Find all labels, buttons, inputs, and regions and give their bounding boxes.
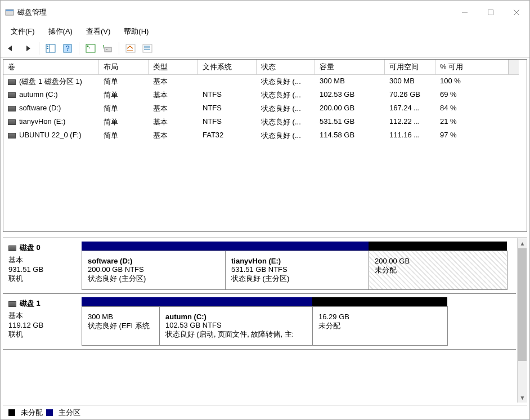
disk-map: 磁盘 0基本931.51 GB联机software (D:)200.00 GB …	[3, 238, 527, 403]
partition-status: 状态良好 (主分区)	[231, 274, 363, 284]
forward-button[interactable]	[21, 42, 34, 55]
volume-fs: NTFS	[198, 102, 257, 115]
col-layout[interactable]: 布局	[99, 60, 149, 75]
partition-size: 16.29 GB	[318, 312, 442, 321]
disk-capacity-bar	[82, 297, 513, 306]
minimize-button[interactable]	[452, 1, 478, 24]
volume-row[interactable]: tianyvHon (E:)简单基本NTFS状态良好 (...531.51 GB…	[3, 115, 527, 129]
volume-free: 111.16 ...	[385, 129, 435, 142]
partition-size: 200.00 GB NTFS	[88, 265, 219, 274]
volume-free: 112.22 ...	[385, 115, 435, 129]
volume-list-scrollbar[interactable]	[509, 60, 519, 75]
svg-text:?: ?	[65, 44, 69, 52]
svg-point-15	[106, 49, 107, 50]
disk: 磁盘 0基本931.51 GB联机software (D:)200.00 GB …	[3, 238, 516, 294]
svg-rect-9	[47, 48, 48, 49]
disk-icon	[8, 301, 16, 307]
svg-rect-14	[105, 47, 111, 52]
volume-status: 状态良好 (...	[257, 115, 315, 129]
menu-file[interactable]: 文件(F)	[5, 25, 41, 38]
rescan-disks-button[interactable]	[101, 42, 114, 55]
disk-type: 基本	[8, 255, 78, 265]
disk-type: 基本	[8, 311, 78, 321]
close-button[interactable]	[504, 1, 529, 24]
menu-help[interactable]: 帮助(H)	[118, 25, 154, 38]
scroll-down-icon[interactable]: ▼	[518, 392, 527, 403]
volume-type: 基本	[149, 75, 198, 88]
partition[interactable]: 300 MB状态良好 (EFI 系统	[82, 306, 160, 346]
volume-capacity: 531.51 GB	[315, 115, 385, 129]
partition-title: tianyvHon (E:)	[231, 257, 363, 265]
toolbar-separator	[119, 42, 119, 55]
volume-percent: 69 %	[435, 88, 509, 102]
volume-row[interactable]: software (D:)简单基本NTFS状态良好 (...200.00 GB1…	[3, 102, 527, 115]
disk-capacity-bar	[82, 242, 513, 251]
volume-name: UBUNTU 22_0 (F:)	[19, 131, 82, 139]
refresh-button[interactable]	[84, 42, 97, 55]
disk-size: 119.12 GB	[8, 321, 78, 329]
volume-capacity: 102.53 GB	[315, 88, 385, 102]
volume-capacity: 200.00 GB	[315, 102, 385, 115]
disk-info: 磁盘 0基本931.51 GB联机	[3, 238, 82, 293]
partition-status: 未分配	[318, 321, 442, 331]
svg-point-13	[87, 45, 89, 47]
view-top-button[interactable]	[124, 42, 137, 55]
partition[interactable]: software (D:)200.00 GB NTFS状态良好 (主分区)	[82, 251, 226, 290]
toolbar: ?	[1, 39, 529, 58]
svg-rect-1	[6, 10, 14, 11]
col-filesystem[interactable]: 文件系统	[198, 60, 257, 75]
view-bottom-button[interactable]	[141, 42, 154, 55]
volume-percent: 100 %	[435, 75, 509, 88]
show-hide-console-tree-button[interactable]	[44, 42, 57, 55]
volume-row[interactable]: (磁盘 1 磁盘分区 1)简单基本状态良好 (...300 MB300 MB10…	[3, 75, 527, 88]
disk-map-scrollbar[interactable]: ▲ ▼	[517, 238, 527, 403]
toolbar-separator	[79, 42, 79, 55]
volume-layout: 简单	[99, 75, 149, 88]
volume-layout: 简单	[99, 102, 149, 115]
volume-type: 基本	[149, 88, 198, 102]
back-button[interactable]	[4, 42, 17, 55]
scroll-thumb[interactable]	[518, 248, 527, 361]
volume-capacity: 114.58 GB	[315, 129, 385, 142]
volume-free: 167.24 ...	[385, 102, 435, 115]
partition[interactable]: tianyvHon (E:)531.51 GB NTFS状态良好 (主分区)	[226, 251, 369, 290]
svg-rect-3	[488, 10, 493, 15]
volume-fs: NTFS	[198, 115, 257, 129]
menu-view[interactable]: 查看(V)	[80, 25, 116, 38]
scroll-up-icon[interactable]: ▲	[518, 238, 527, 248]
partition[interactable]: 16.29 GB未分配	[313, 306, 448, 346]
partition[interactable]: 200.00 GB未分配	[369, 251, 507, 290]
volume-status: 状态良好 (...	[257, 129, 315, 142]
col-status[interactable]: 状态	[257, 60, 315, 75]
col-free[interactable]: 可用空间	[385, 60, 435, 75]
col-type[interactable]: 类型	[149, 60, 198, 75]
partition-status: 状态良好 (主分区)	[88, 274, 219, 284]
col-capacity[interactable]: 容量	[315, 60, 385, 75]
volume-percent: 21 %	[435, 115, 509, 129]
maximize-button[interactable]	[478, 1, 504, 24]
partition[interactable]: autumn (C:)102.53 GB NTFS状态良好 (启动, 页面文件,…	[160, 306, 313, 346]
col-percent[interactable]: % 可用	[435, 60, 509, 75]
volume-name: (磁盘 1 磁盘分区 1)	[19, 77, 82, 86]
partition-status: 状态良好 (EFI 系统	[88, 321, 154, 331]
volume-type: 基本	[149, 129, 198, 142]
help-button[interactable]: ?	[61, 42, 74, 55]
col-volume[interactable]: 卷	[3, 60, 99, 75]
disk-icon	[8, 92, 16, 98]
partition-size: 102.53 GB NTFS	[165, 321, 307, 329]
partition-status: 未分配	[375, 265, 501, 275]
swatch-primary	[46, 409, 53, 416]
menu-bar: 文件(F) 操作(A) 查看(V) 帮助(H)	[1, 24, 529, 39]
disk-partitions: 300 MB状态良好 (EFI 系统autumn (C:)102.53 GB N…	[82, 294, 516, 349]
disk-icon	[8, 245, 16, 251]
menu-action[interactable]: 操作(A)	[43, 25, 78, 38]
disk-info: 磁盘 1基本119.12 GB联机	[3, 294, 82, 349]
volume-list-header: 卷 布局 类型 文件系统 状态 容量 可用空间 % 可用	[3, 60, 527, 75]
volume-type: 基本	[149, 115, 198, 129]
volume-row[interactable]: UBUNTU 22_0 (F:)简单基本FAT32状态良好 (...114.58…	[3, 129, 527, 142]
volume-row[interactable]: autumn (C:)简单基本NTFS状态良好 (...102.53 GB70.…	[3, 88, 527, 102]
disk: 磁盘 1基本119.12 GB联机300 MB状态良好 (EFI 系统autum…	[3, 294, 516, 350]
volume-name: software (D:)	[19, 104, 61, 112]
volume-type: 基本	[149, 102, 198, 115]
title-bar: 磁盘管理	[1, 1, 529, 24]
